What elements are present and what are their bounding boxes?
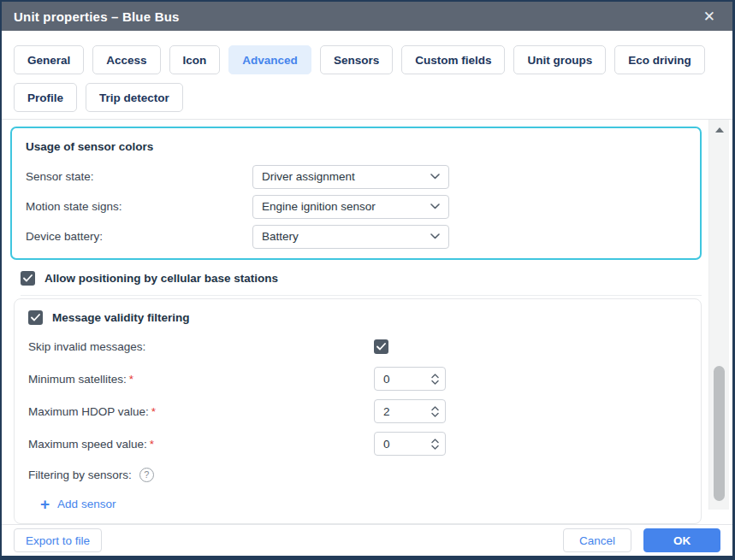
ok-button[interactable]: OK	[643, 528, 720, 552]
tab-advanced[interactable]: Advanced	[228, 45, 311, 74]
scroll-up-icon[interactable]	[715, 127, 724, 133]
allow-positioning-checkbox[interactable]	[21, 271, 35, 286]
tab-profile[interactable]: Profile	[14, 83, 77, 112]
tab-access[interactable]: Access	[92, 45, 160, 74]
sensor-state-row: Sensor state: Driver assignment	[26, 162, 686, 192]
skip-invalid-label: Skip invalid messages:	[28, 340, 374, 353]
allow-positioning-row: Allow positioning by cellular base stati…	[21, 263, 702, 296]
max-speed-label: Maximum speed value:*	[28, 438, 374, 451]
message-validity-group: Message validity filtering Skip invalid …	[14, 298, 702, 524]
device-battery-label: Device battery:	[26, 230, 252, 243]
skip-invalid-checkbox[interactable]	[374, 339, 388, 354]
stepper-arrows-icon[interactable]	[431, 439, 445, 450]
close-icon[interactable]: ✕	[698, 8, 720, 26]
add-sensor-button[interactable]: + Add sensor	[40, 496, 116, 512]
add-sensor-label: Add sensor	[57, 498, 116, 510]
sensor-colors-panel: Usage of sensor colors Sensor state: Dri…	[10, 127, 702, 260]
min-satellites-stepper	[374, 367, 446, 391]
message-validity-label: Message validity filtering	[52, 311, 190, 324]
chevron-down-icon	[430, 233, 440, 239]
max-hdop-row: Maximum HDOP value:*	[21, 395, 701, 427]
device-battery-row: Device battery: Battery	[26, 221, 686, 251]
tab-trip-detector[interactable]: Trip detector	[86, 83, 183, 112]
min-satellites-input[interactable]	[375, 373, 418, 386]
cancel-button[interactable]: Cancel	[563, 528, 631, 552]
device-battery-select[interactable]: Battery	[252, 225, 449, 249]
tab-unit-groups[interactable]: Unit groups	[513, 45, 606, 74]
motion-state-label: Motion state signs:	[26, 200, 252, 213]
min-satellites-row: Minimum satellites:*	[21, 363, 701, 395]
required-asterisk: *	[129, 373, 133, 386]
dialog-title: Unit properties – Blue Bus	[14, 9, 180, 24]
max-speed-stepper	[374, 432, 446, 456]
max-speed-input[interactable]	[375, 438, 418, 451]
tab-sensors[interactable]: Sensors	[320, 45, 393, 74]
max-hdop-label: Maximum HDOP value:*	[28, 405, 374, 418]
required-asterisk: *	[150, 438, 154, 451]
unit-properties-dialog: Unit properties – Blue Bus ✕ General Acc…	[0, 0, 735, 560]
max-hdop-input[interactable]	[375, 405, 418, 418]
motion-state-row: Motion state signs: Engine ignition sens…	[26, 192, 686, 221]
chevron-down-icon	[430, 174, 440, 180]
sensor-state-select[interactable]: Driver assignment	[252, 165, 449, 189]
plus-icon: +	[40, 496, 50, 512]
max-speed-row: Maximum speed value:*	[21, 427, 701, 460]
dialog-footer: Export to file Cancel OK	[2, 524, 732, 556]
chevron-down-icon	[430, 203, 440, 209]
min-satellites-label: Minimum satellites:*	[28, 373, 374, 386]
motion-state-select[interactable]: Engine ignition sensor	[252, 195, 449, 219]
stepper-arrows-icon[interactable]	[431, 406, 445, 417]
vertical-scrollbar[interactable]	[708, 120, 729, 510]
sensor-state-label: Sensor state:	[26, 170, 252, 183]
tab-eco-driving[interactable]: Eco driving	[614, 45, 705, 74]
tab-general[interactable]: General	[14, 45, 84, 74]
message-validity-row: Message validity filtering	[21, 307, 701, 330]
skip-invalid-row: Skip invalid messages:	[21, 330, 701, 363]
required-asterisk: *	[151, 405, 156, 418]
panel-heading: Usage of sensor colors	[26, 140, 686, 153]
message-validity-checkbox[interactable]	[28, 310, 43, 325]
selected-value: Engine ignition sensor	[262, 200, 430, 213]
scrollbar-thumb[interactable]	[714, 366, 725, 501]
tab-custom-fields[interactable]: Custom fields	[401, 45, 505, 74]
help-icon[interactable]: ?	[139, 468, 154, 482]
filtering-by-sensors-label: Filtering by sensors:	[28, 469, 132, 481]
selected-value: Driver assignment	[262, 170, 430, 183]
export-to-file-button[interactable]: Export to file	[14, 528, 102, 552]
max-hdop-stepper	[374, 399, 446, 423]
selected-value: Battery	[262, 230, 430, 243]
allow-positioning-label: Allow positioning by cellular base stati…	[44, 272, 278, 285]
tab-bar: General Access Icon Advanced Sensors Cus…	[2, 31, 732, 120]
advanced-tab-content: Usage of sensor colors Sensor state: Dri…	[2, 120, 732, 524]
stepper-arrows-icon[interactable]	[431, 374, 445, 385]
tab-icon[interactable]: Icon	[169, 45, 221, 74]
filtering-by-sensors-row: Filtering by sensors: ?	[21, 460, 701, 489]
titlebar: Unit properties – Blue Bus ✕	[2, 2, 732, 31]
